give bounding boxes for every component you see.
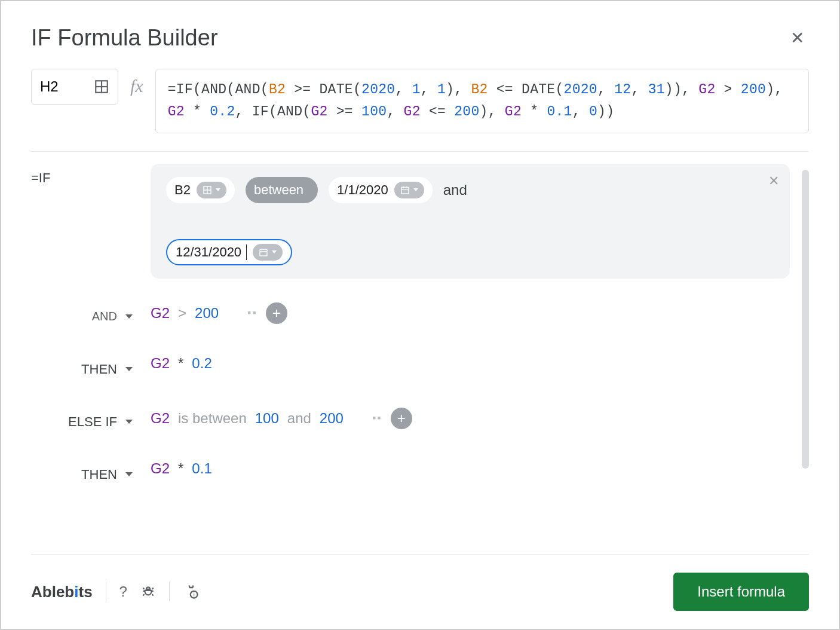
chevron-down-icon [125, 472, 133, 476]
insert-formula-button[interactable]: Insert formula [673, 573, 809, 611]
date1-type-chip[interactable] [394, 182, 424, 198]
add-condition-button[interactable]: + [266, 302, 287, 324]
remove-condition-button[interactable]: ✕ [768, 175, 779, 188]
then2-label[interactable]: THEN [31, 460, 151, 489]
drag-handle-icon[interactable]: ▪▪ [247, 307, 257, 319]
bug-icon[interactable] [140, 584, 156, 600]
target-cell-input[interactable] [40, 78, 76, 95]
target-cell-field[interactable] [31, 69, 118, 105]
elseif-condition[interactable]: G2 is between 100 and 200 ▪▪ + [151, 408, 790, 429]
settings-icon[interactable]: i [183, 583, 200, 600]
divider [169, 582, 170, 601]
scrollbar[interactable] [802, 170, 809, 469]
date1-pill[interactable]: 1/1/2020 [329, 177, 433, 203]
fx-icon: fx [130, 76, 143, 96]
svg-text:i: i [194, 592, 195, 598]
then-value[interactable]: G2 * 0.2 [151, 355, 790, 372]
formula-preview: =IF(AND(AND(B2 >= DATE(2020, 1, 1), B2 <… [155, 69, 809, 133]
close-button[interactable]: ✕ [786, 26, 809, 50]
divider [106, 582, 106, 601]
and-label[interactable]: AND [31, 302, 151, 331]
brand-logo: Ablebits [31, 583, 93, 601]
cell-type-chip[interactable] [197, 182, 226, 198]
cell-pill[interactable]: B2 [166, 177, 235, 203]
if-condition-panel: ✕ B2 between 1/1/2020 [151, 164, 790, 279]
and-condition[interactable]: G2 > 200 ▪▪ + [151, 302, 790, 324]
add-condition-button[interactable]: + [391, 408, 412, 429]
svg-rect-10 [260, 249, 267, 256]
operator-pill[interactable]: between [246, 177, 318, 203]
if-label: =IF [31, 164, 151, 192]
then-label[interactable]: THEN [31, 355, 151, 384]
chevron-down-icon [125, 420, 133, 424]
date2-pill[interactable]: 12/31/2020 [166, 239, 292, 265]
elseif-label[interactable]: ELSE IF [31, 408, 151, 436]
help-button[interactable]: ? [119, 583, 127, 600]
chevron-down-icon [125, 314, 133, 319]
then2-value[interactable]: G2 * 0.1 [151, 460, 790, 477]
drag-handle-icon[interactable]: ▪▪ [372, 412, 382, 424]
divider [31, 151, 809, 152]
svg-rect-6 [401, 187, 409, 194]
chevron-down-icon [125, 367, 133, 371]
date2-type-chip[interactable] [253, 244, 283, 261]
page-title: IF Formula Builder [31, 25, 218, 51]
grid-icon[interactable] [94, 79, 109, 94]
and-text: and [443, 182, 467, 198]
